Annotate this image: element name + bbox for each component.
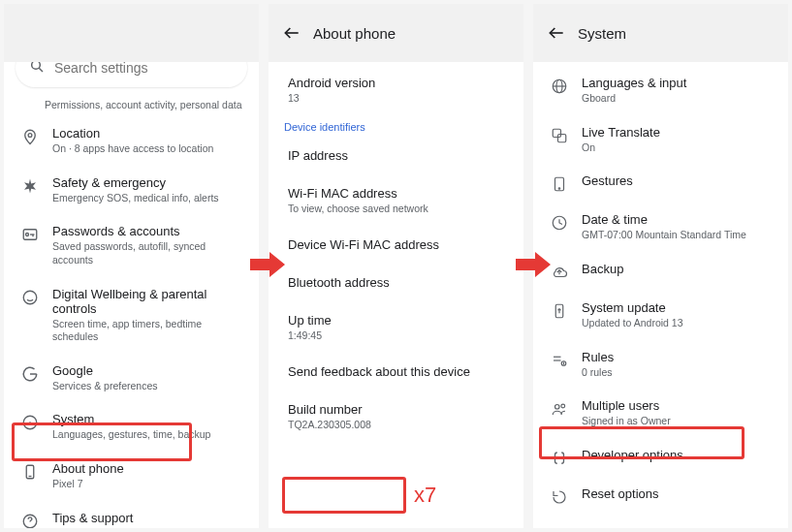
settings-item-google[interactable]: GoogleServices & preferences bbox=[4, 354, 259, 403]
system-item-rules[interactable]: Rules0 rules bbox=[533, 340, 788, 390]
item-title: Location bbox=[52, 126, 243, 141]
svg-rect-21 bbox=[553, 129, 560, 137]
svg-point-24 bbox=[558, 188, 560, 190]
item-title: System update bbox=[582, 300, 773, 315]
phone-info-icon bbox=[19, 461, 41, 481]
search-icon bbox=[29, 62, 45, 78]
item-subtitle: TQ2A.230305.008 bbox=[288, 419, 504, 430]
about-item-build-number[interactable]: Build numberTQ2A.230305.008 bbox=[269, 391, 523, 442]
clock-icon bbox=[549, 212, 570, 232]
about-item-android-version[interactable]: Android version13 bbox=[269, 66, 523, 113]
panel3-header: System bbox=[533, 4, 788, 62]
system-item-date-time[interactable]: Date & timeGMT-07:00 Mountain Standard T… bbox=[533, 203, 788, 252]
item-subtitle: Saved passwords, autofill, synced accoun… bbox=[52, 240, 243, 266]
panel3-title: System bbox=[578, 25, 626, 42]
item-title: Reset options bbox=[582, 486, 773, 501]
item-subtitle: GMT-07:00 Mountain Standard Time bbox=[582, 229, 773, 242]
about-item-send-feedback-about-this-device[interactable]: Send feedback about this device bbox=[269, 353, 523, 391]
item-title: Developer options bbox=[582, 448, 773, 462]
system-item-system-update[interactable]: System updateUpdated to Android 13 bbox=[533, 291, 788, 340]
search-bar[interactable] bbox=[16, 62, 247, 87]
panel1-header bbox=[4, 4, 259, 62]
about-item-up-time[interactable]: Up time1:49:45 bbox=[269, 301, 523, 353]
back-icon[interactable] bbox=[547, 23, 566, 43]
reset-icon bbox=[549, 486, 570, 506]
item-title: Languages & input bbox=[582, 76, 773, 90]
settings-item-location[interactable]: LocationOn · 8 apps have access to locat… bbox=[4, 116, 259, 166]
item-subtitle: Emergency SOS, medical info, alerts bbox=[52, 192, 243, 205]
globe-icon bbox=[549, 76, 570, 95]
item-title: Android version bbox=[288, 76, 504, 90]
item-title: IP address bbox=[288, 148, 504, 163]
system-item-gestures[interactable]: Gestures bbox=[533, 164, 788, 203]
system-item-multiple-users[interactable]: Multiple usersSigned in as Owner bbox=[533, 389, 788, 438]
arrow-step-1 bbox=[248, 250, 287, 279]
item-title: Wi-Fi MAC address bbox=[288, 186, 504, 201]
settings-item-tips-support[interactable]: Tips & supportHelp articles, phone & cha… bbox=[4, 501, 259, 528]
item-title: Bluetooth address bbox=[288, 275, 504, 290]
svg-point-0 bbox=[32, 62, 41, 69]
item-title: Google bbox=[52, 363, 243, 378]
settings-item-passwords-accounts[interactable]: Passwords & accountsSaved passwords, aut… bbox=[4, 214, 259, 276]
svg-rect-22 bbox=[558, 134, 566, 141]
about-item-device-wi-fi-mac-address[interactable]: Device Wi-Fi MAC address bbox=[269, 226, 523, 264]
item-subtitle: 1:49:45 bbox=[288, 329, 504, 341]
item-subtitle: Gboard bbox=[582, 92, 773, 106]
system-item-live-translate[interactable]: Live TranslateOn bbox=[533, 115, 788, 165]
users-icon bbox=[549, 398, 570, 418]
wellbeing-icon bbox=[19, 287, 41, 306]
item-subtitle: 0 rules bbox=[582, 366, 773, 380]
item-title: Multiple users bbox=[582, 398, 773, 413]
item-subtitle: Screen time, app timers, bedtime schedul… bbox=[52, 318, 243, 344]
item-title: Date & time bbox=[582, 212, 773, 227]
search-input[interactable] bbox=[54, 62, 234, 76]
settings-item-safety-emergency[interactable]: Safety & emergencyEmergency SOS, medical… bbox=[4, 166, 259, 215]
svg-line-1 bbox=[39, 68, 43, 72]
item-title: Build number bbox=[288, 402, 504, 417]
item-subtitle: Updated to Android 13 bbox=[582, 317, 773, 330]
settings-item-digital-wellbeing-parental-controls[interactable]: Digital Wellbeing & parental controlsScr… bbox=[4, 277, 259, 354]
info-icon bbox=[19, 412, 41, 431]
asterisk-icon bbox=[19, 175, 41, 195]
svg-point-2 bbox=[28, 134, 32, 138]
system-item-reset-options[interactable]: Reset options bbox=[533, 477, 788, 516]
item-subtitle: Help articles, phone & chat bbox=[52, 527, 243, 528]
item-title: Tips & support bbox=[52, 511, 243, 525]
system-item-developer-options[interactable]: Developer options bbox=[533, 438, 788, 477]
about-item-bluetooth-address[interactable]: Bluetooth address bbox=[269, 264, 523, 301]
item-subtitle: To view, choose saved network bbox=[288, 203, 504, 214]
gesture-icon bbox=[549, 173, 570, 193]
google-icon bbox=[19, 363, 41, 383]
panel2-header: About phone bbox=[269, 4, 523, 62]
system-item-languages-input[interactable]: Languages & inputGboard bbox=[533, 66, 788, 115]
item-title: Gestures bbox=[582, 173, 773, 188]
about-item-ip-address[interactable]: IP address bbox=[269, 137, 523, 174]
about-item-wi-fi-mac-address[interactable]: Wi-Fi MAC addressTo view, choose saved n… bbox=[269, 174, 523, 226]
help-icon bbox=[19, 511, 41, 528]
item-subtitle: Services & preferences bbox=[52, 380, 243, 393]
previous-item-subtitle: Permissions, account activity, personal … bbox=[4, 97, 259, 116]
translate-icon bbox=[549, 125, 570, 144]
panel2-title: About phone bbox=[313, 25, 396, 42]
device-identifiers-label: Device identifiers bbox=[269, 113, 523, 137]
item-title: Up time bbox=[288, 313, 504, 328]
location-icon bbox=[19, 126, 41, 145]
svg-point-32 bbox=[555, 405, 560, 410]
rules-icon bbox=[549, 350, 570, 369]
item-title: Send feedback about this device bbox=[288, 364, 504, 379]
item-title: System bbox=[52, 412, 243, 426]
system-item-backup[interactable]: Backup bbox=[533, 252, 788, 291]
settings-item-system[interactable]: SystemLanguages, gestures, time, backup bbox=[4, 402, 259, 452]
item-subtitle: On bbox=[582, 141, 773, 155]
system-panel: System Languages & inputGboardLive Trans… bbox=[533, 4, 788, 528]
settings-item-about-phone[interactable]: About phonePixel 7 bbox=[4, 452, 259, 501]
item-subtitle: Signed in as Owner bbox=[582, 415, 773, 428]
arrow-step-2 bbox=[514, 250, 553, 279]
braces-icon bbox=[549, 448, 570, 467]
item-title: Rules bbox=[582, 350, 773, 364]
tap-seven-times-label: x7 bbox=[414, 483, 436, 508]
item-subtitle: Languages, gestures, time, backup bbox=[52, 428, 243, 442]
back-icon[interactable] bbox=[282, 23, 301, 43]
svg-point-33 bbox=[561, 404, 565, 408]
item-title: Device Wi-Fi MAC address bbox=[288, 237, 504, 252]
